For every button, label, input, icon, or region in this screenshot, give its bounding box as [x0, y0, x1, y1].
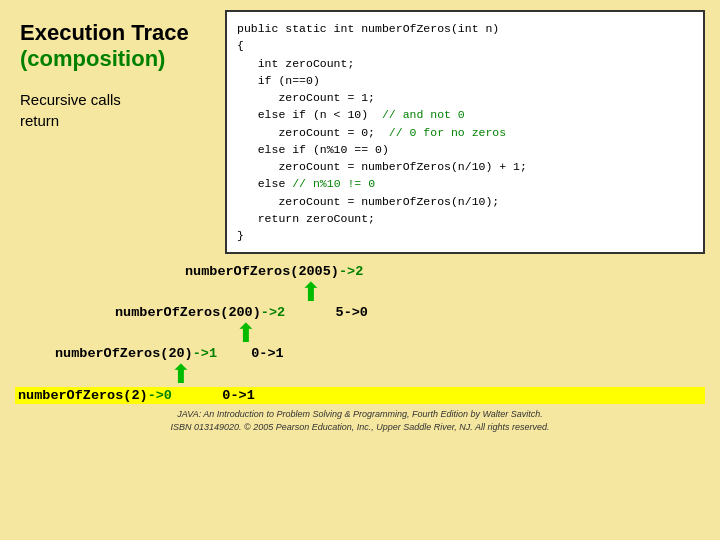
footer-line1: JAVA: An Introduction to Problem Solving…	[177, 409, 543, 419]
subtitle: Recursive calls return	[20, 89, 210, 131]
call-1-result: 2	[277, 305, 285, 320]
diagram-area: numberOfZeros(2005)->2 ⬆ numberOfZeros(2…	[15, 264, 705, 404]
call-0-result: 2	[355, 264, 363, 279]
call-3-main: numberOfZeros(2)	[18, 388, 148, 403]
code-panel: public static int numberOfZeros(int n) {…	[225, 10, 705, 254]
title-main: Execution Trace	[20, 20, 189, 45]
main-container: Execution Trace (composition) Recursive …	[0, 0, 720, 540]
top-section: Execution Trace (composition) Recursive …	[15, 10, 705, 254]
call-3-arrow: ->0	[148, 388, 172, 403]
call-1-arrow: ->2	[261, 305, 285, 320]
call-1-side: 5->0	[303, 305, 368, 320]
diagram-rows: numberOfZeros(2005)->2 ⬆ numberOfZeros(2…	[15, 264, 705, 404]
call-2-arrow: ->1	[193, 346, 217, 361]
subtitle-line2: return	[20, 112, 59, 129]
call-0-arrow: ->2	[339, 264, 363, 279]
plus-arrow-2: ⬆	[170, 361, 705, 387]
call-2-result: 1	[209, 346, 217, 361]
plus-arrow-0: ⬆	[300, 279, 705, 305]
call-3-side: 0->1	[190, 388, 255, 403]
call-row-0: numberOfZeros(2005)->2	[185, 264, 705, 279]
call-2-side: 0->1	[235, 346, 284, 361]
plus-arrow-1: ⬆	[235, 320, 705, 346]
call-row-3: numberOfZeros(2)->0 0->1	[15, 387, 705, 404]
footer: JAVA: An Introduction to Problem Solving…	[15, 408, 705, 433]
call-3-result: 0	[164, 388, 172, 403]
call-row-2: numberOfZeros(20)->1 0->1	[55, 346, 705, 361]
title-sub: (composition)	[20, 46, 165, 71]
footer-line2: ISBN 013149020. © 2005 Pearson Education…	[170, 422, 549, 432]
call-row-1: numberOfZeros(200)->2 5->0	[115, 305, 705, 320]
subtitle-line1: Recursive calls	[20, 91, 121, 108]
left-panel: Execution Trace (composition) Recursive …	[15, 10, 215, 254]
title-box: Execution Trace (composition)	[20, 20, 210, 73]
code-line-1: public static int numberOfZeros(int n) {…	[237, 22, 527, 242]
